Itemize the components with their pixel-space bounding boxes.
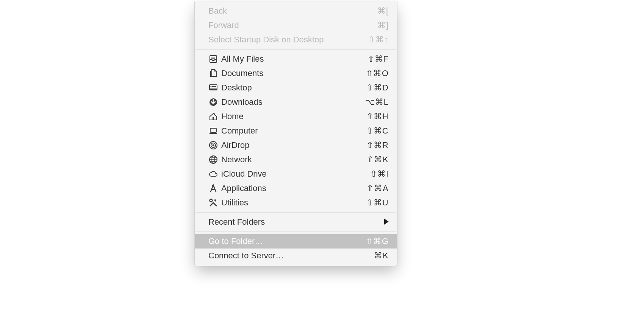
menu-item-label: Recent Folders [208, 218, 384, 226]
menu-item-label: Forward [208, 21, 377, 30]
menu-item-label: iCloud Drive [221, 170, 370, 178]
menu-item-label: Home [221, 112, 366, 121]
applications-icon [208, 183, 218, 193]
desktop-icon [208, 83, 218, 93]
airdrop-icon [208, 140, 218, 150]
shortcut-label: ⇧⌘H [366, 112, 389, 121]
menu-item-recent-folders[interactable]: Recent Folders [195, 215, 397, 229]
shortcut-label: ⇧⌘I [370, 170, 389, 178]
shortcut-label: ⇧⌘R [366, 141, 389, 149]
menu-item-downloads[interactable]: Downloads ⌥⌘L [195, 95, 397, 109]
shortcut-label: ⇧⌘↑ [368, 36, 389, 44]
menu-item-back: Back ⌘[ [195, 4, 397, 18]
menu-item-label: Downloads [221, 98, 365, 106]
shortcut-label: ⇧⌘C [366, 127, 389, 135]
menu-item-label: Select Startup Disk on Desktop [208, 36, 368, 44]
menu-item-label: Utilities [221, 199, 366, 207]
go-menu: Back ⌘[ Forward ⌘] Select Startup Disk o… [194, 2, 397, 266]
menu-item-computer[interactable]: Computer ⇧⌘C [195, 124, 397, 138]
globe-icon [208, 155, 218, 165]
menu-item-label: AirDrop [221, 141, 366, 149]
menu-item-label: All My Files [221, 55, 367, 63]
menu-item-go-to-folder[interactable]: Go to Folder… ⇧⌘G [195, 234, 397, 249]
menu-item-utilities[interactable]: Utilities ⇧⌘U [195, 196, 397, 210]
home-icon [208, 112, 218, 121]
menu-item-label: Connect to Server… [208, 252, 374, 260]
menu-item-all-my-files[interactable]: All My Files ⇧⌘F [195, 52, 397, 66]
laptop-icon [208, 126, 218, 136]
menu-item-label: Applications [221, 184, 367, 193]
menu-item-home[interactable]: Home ⇧⌘H [195, 109, 397, 124]
menu-item-select-startup-disk: Select Startup Disk on Desktop ⇧⌘↑ [195, 33, 397, 47]
documents-icon [208, 68, 218, 78]
submenu-arrow-icon [384, 219, 389, 225]
menu-item-network[interactable]: Network ⇧⌘K [195, 152, 397, 167]
menu-item-documents[interactable]: Documents ⇧⌘O [195, 66, 397, 81]
menu-separator [195, 231, 396, 232]
menu-separator [195, 212, 396, 213]
tray-icon [208, 54, 218, 64]
menu-item-label: Desktop [221, 84, 366, 92]
shortcut-label: ⇧⌘U [366, 199, 389, 207]
menu-item-connect-to-server[interactable]: Connect to Server… ⌘K [195, 249, 397, 263]
menu-item-label: Network [221, 155, 367, 164]
menu-separator [195, 49, 396, 50]
menu-item-label: Documents [221, 69, 366, 78]
download-icon [208, 97, 218, 107]
menu-item-label: Back [208, 7, 377, 15]
menu-item-label: Computer [221, 127, 366, 135]
shortcut-label: ⌥⌘L [365, 98, 389, 106]
shortcut-label: ⌘K [374, 252, 389, 260]
cloud-icon [208, 169, 218, 179]
menu-item-icloud-drive[interactable]: iCloud Drive ⇧⌘I [195, 167, 397, 181]
shortcut-label: ⇧⌘G [366, 237, 389, 245]
shortcut-label: ⇧⌘F [367, 55, 389, 63]
menu-item-forward: Forward ⌘] [195, 18, 397, 33]
shortcut-label: ⇧⌘O [366, 69, 389, 78]
shortcut-label: ⇧⌘A [367, 184, 389, 193]
shortcut-label: ⌘[ [377, 7, 389, 15]
shortcut-label: ⇧⌘D [366, 84, 389, 92]
menu-item-applications[interactable]: Applications ⇧⌘A [195, 181, 397, 196]
shortcut-label: ⌘] [377, 21, 389, 30]
menu-item-desktop[interactable]: Desktop ⇧⌘D [195, 81, 397, 95]
menu-item-label: Go to Folder… [208, 237, 366, 245]
menu-item-airdrop[interactable]: AirDrop ⇧⌘R [195, 138, 397, 152]
tools-icon [208, 198, 218, 208]
shortcut-label: ⇧⌘K [367, 155, 389, 164]
